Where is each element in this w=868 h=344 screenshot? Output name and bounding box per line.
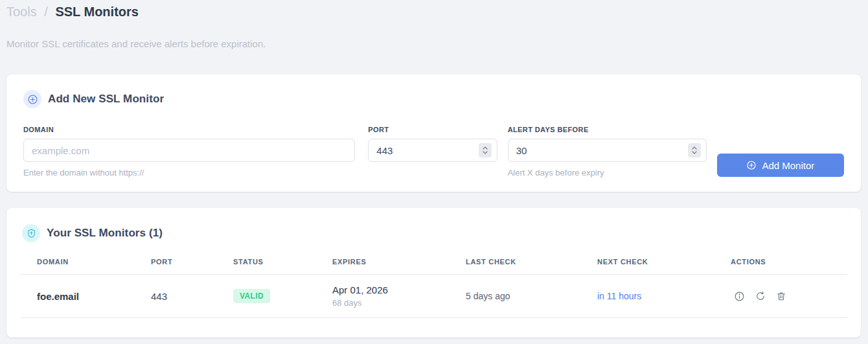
add-monitor-button[interactable]: Add Monitor: [717, 154, 844, 177]
monitor-domain: foe.email: [21, 291, 151, 302]
add-monitor-form: DOMAIN Enter the domain without https://…: [23, 126, 844, 178]
monitor-actions: [731, 291, 847, 302]
alert-days-stepper-chevrons-icon[interactable]: [688, 143, 701, 157]
column-header-last-check: LAST CHECK: [466, 258, 597, 266]
domain-input[interactable]: [23, 139, 355, 162]
refresh-icon: [755, 291, 766, 301]
port-input[interactable]: [368, 139, 497, 162]
page-subtitle: Monitor SSL certificates and receive ale…: [6, 38, 266, 49]
column-header-port: PORT: [151, 258, 233, 266]
expires-date: Apr 01, 2026: [332, 284, 466, 295]
monitor-expires-cell: Apr 01, 2026 68 days: [332, 284, 466, 308]
shield-icon: [22, 224, 40, 242]
breadcrumb: Tools / SSL Monitors: [6, 5, 139, 19]
monitor-status-cell: VALID: [233, 289, 332, 303]
monitor-next-check: in 11 hours: [597, 291, 731, 301]
monitors-card: Your SSL Monitors (1) DOMAIN PORT STATUS…: [6, 208, 861, 338]
alert-days-hint: Alert X days before expiry: [508, 168, 707, 178]
column-header-expires: EXPIRES: [332, 258, 466, 266]
add-monitor-title: Add New SSL Monitor: [48, 93, 164, 106]
column-header-domain: DOMAIN: [21, 258, 151, 266]
table-row: foe.email 443 VALID Apr 01, 2026 68 days…: [21, 275, 847, 318]
info-button[interactable]: [734, 291, 745, 302]
alert-days-label: ALERT DAYS BEFORE: [508, 126, 707, 133]
add-monitor-button-label: Add Monitor: [762, 160, 814, 171]
domain-label: DOMAIN: [23, 126, 355, 133]
monitor-port: 443: [151, 291, 233, 302]
column-header-actions: ACTIONS: [731, 258, 847, 266]
breadcrumb-separator: /: [44, 5, 48, 19]
breadcrumb-section[interactable]: Tools: [6, 5, 37, 19]
page-title: SSL Monitors: [55, 5, 139, 19]
circle-plus-icon: [23, 90, 41, 108]
port-label: PORT: [368, 126, 497, 133]
port-stepper-chevrons-icon[interactable]: [479, 143, 492, 157]
domain-hint: Enter the domain without https://: [23, 168, 355, 178]
trash-icon: [776, 291, 786, 301]
status-badge: VALID: [233, 289, 270, 303]
domain-field-group: DOMAIN Enter the domain without https://: [23, 126, 355, 178]
add-monitor-header: Add New SSL Monitor: [23, 90, 844, 108]
table-header-row: DOMAIN PORT STATUS EXPIRES LAST CHECK NE…: [21, 258, 847, 275]
circle-plus-icon: [746, 160, 757, 170]
port-field-group: PORT: [368, 126, 497, 162]
monitor-last-check: 5 days ago: [466, 291, 597, 301]
monitors-title: Your SSL Monitors (1): [47, 227, 163, 240]
delete-button[interactable]: [776, 291, 786, 302]
column-header-next-check: NEXT CHECK: [597, 258, 731, 266]
alert-days-input[interactable]: [508, 139, 707, 162]
monitors-table: DOMAIN PORT STATUS EXPIRES LAST CHECK NE…: [21, 258, 847, 318]
expires-days-remaining: 68 days: [332, 298, 466, 308]
refresh-button[interactable]: [755, 291, 766, 302]
info-icon: [734, 291, 745, 302]
alert-days-field-group: ALERT DAYS BEFORE Alert X days before ex…: [508, 126, 707, 178]
monitors-header: Your SSL Monitors (1): [6, 208, 861, 242]
column-header-status: STATUS: [233, 258, 332, 266]
add-monitor-card: Add New SSL Monitor DOMAIN Enter the dom…: [6, 75, 861, 192]
